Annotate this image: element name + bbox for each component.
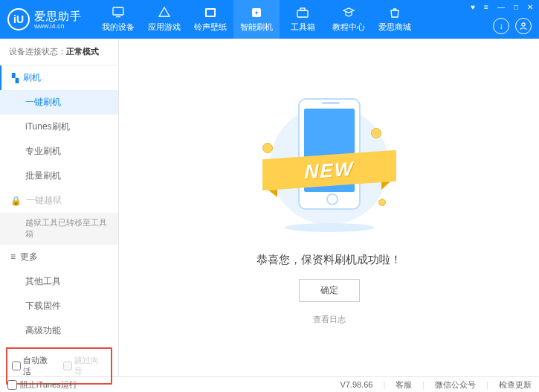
app-logo: iU 爱思助手 www.i4.cn [7,8,82,30]
footer-check-update[interactable]: 检查更新 [499,379,532,391]
nav-my-device[interactable]: 我的设备 [95,0,141,39]
store-icon [387,6,402,19]
sidebar-item-itunes-flash[interactable]: iTunes刷机 [0,115,118,139]
device-status: 设备连接状态：正常模式 [0,39,118,65]
checkbox-auto-activate[interactable]: 自动激活 [12,355,56,377]
sidebar: 设备连接状态：正常模式 ▚刷机 一键刷机 iTunes刷机 专业刷机 批量刷机 … [0,39,119,376]
ringtone-icon [203,6,218,19]
sidebar-item-download-firmware[interactable]: 下载固件 [0,294,118,318]
more-section-icon: ≡ [10,251,16,262]
brand-url: www.i4.cn [34,22,82,30]
nav-smart-flash[interactable]: 智能刷机 [233,0,280,39]
flash-section-icon: ▚ [12,73,19,83]
footer-support[interactable]: 客服 [396,379,412,391]
download-icon[interactable]: ↓ [493,18,509,34]
svg-rect-6 [300,8,305,10]
menu-icon[interactable]: ♥ [469,3,477,11]
view-log-link[interactable]: 查看日志 [313,314,346,325]
checkbox-block-itunes[interactable]: 阻止iTunes运行 [7,379,77,391]
svg-rect-5 [297,10,308,17]
device-icon [111,6,126,19]
toolbox-icon [295,6,310,19]
svg-rect-1 [116,16,120,17]
jailbreak-note[interactable]: 越狱工具已转移至工具箱 [0,213,118,245]
tutorial-icon [341,6,356,19]
main-panel: NEW 恭喜您，保资料刷机成功啦！ 确定 查看日志 [119,39,539,376]
sidebar-item-pro-flash[interactable]: 专业刷机 [0,139,118,164]
nav-store[interactable]: 爱思商城 [372,0,418,39]
section-more[interactable]: ≡更多 [0,245,118,269]
maximize-icon[interactable]: □ [512,3,520,11]
close-icon[interactable]: ✕ [526,3,535,11]
logo-icon: iU [7,8,30,30]
window-controls: ♥ ≡ — □ ✕ [469,3,535,11]
ok-button[interactable]: 确定 [299,279,360,302]
top-nav: 我的设备 应用游戏 铃声壁纸 智能刷机 工具箱 教程中心 爱思商城 [95,0,418,39]
svg-point-7 [522,23,525,26]
sidebar-item-batch-flash[interactable]: 批量刷机 [0,164,118,188]
svg-rect-3 [207,10,214,16]
sidebar-item-advanced[interactable]: 高级功能 [0,318,118,343]
section-jailbreak: 🔒一键越狱 [0,188,118,213]
nav-apps-games[interactable]: 应用游戏 [141,0,187,39]
sidebar-item-one-click-flash[interactable]: 一键刷机 [0,90,118,115]
sidebar-item-other-tools[interactable]: 其他工具 [0,269,118,294]
user-icon[interactable] [515,18,532,34]
flash-icon [249,6,264,19]
svg-rect-0 [113,7,123,15]
nav-toolbox[interactable]: 工具箱 [280,0,326,39]
nav-ringtone-wallpaper[interactable]: 铃声壁纸 [187,0,233,39]
apps-icon [157,6,172,19]
nav-tutorials[interactable]: 教程中心 [326,0,372,39]
success-message: 恭喜您，保资料刷机成功啦！ [256,253,401,267]
lock-icon: 🔒 [10,196,22,206]
footer-wechat[interactable]: 微信公众号 [435,379,476,391]
success-illustration: NEW [240,91,419,240]
lines-icon[interactable]: ≡ [482,3,490,11]
version-label: V7.98.66 [340,380,372,389]
section-flash[interactable]: ▚刷机 [0,65,118,90]
checkbox-skip-guide[interactable]: 跳过向导 [63,355,107,377]
minimize-icon[interactable]: — [496,3,506,11]
